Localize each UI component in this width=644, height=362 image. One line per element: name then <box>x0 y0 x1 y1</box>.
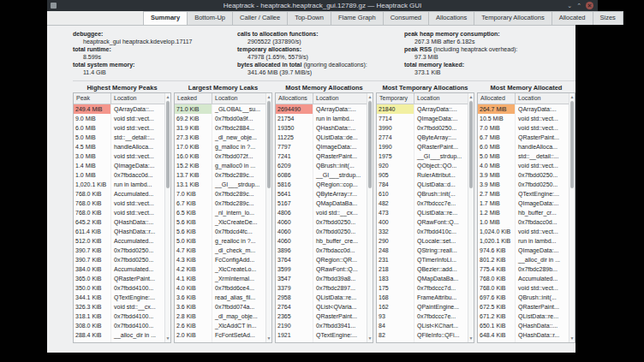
scroll-up-icon[interactable]: ▲ <box>569 94 575 100</box>
tab-caller-callee[interactable]: Caller / Callee <box>233 11 288 25</box>
table-row[interactable]: 648.4 KiBQHashData::r... <box>478 330 569 340</box>
column-header-value[interactable]: Allocated <box>478 93 516 104</box>
tab-consumed[interactable]: Consumed <box>384 11 429 25</box>
table-row[interactable]: 1.2 MiBhb_buffer_cr... <box>478 208 569 217</box>
table-row[interactable]: 288.4 KiB__alloc_dir in ... <box>74 330 164 340</box>
table-row[interactable]: 6.7 MiBQRasterPaint... <box>478 133 569 142</box>
table-row[interactable]: 5.0 MiBstd::__detail::... <box>74 133 164 142</box>
table-row[interactable]: 11225QListData::de... <box>276 133 367 142</box>
table-row[interactable]: 390.7 KiB0x7fbdd0250... <box>74 246 164 255</box>
table-row[interactable]: 768.0 KiBAccumulated... <box>74 189 164 199</box>
table-row[interactable]: 6209QBrush::init(... <box>276 161 367 170</box>
table-row[interactable]: 3.6 KiBread_alias_fil... <box>175 293 265 302</box>
table-row[interactable]: 2958QListData::re... <box>276 293 367 302</box>
table-row[interactable]: 1921QTextEngine:... <box>276 330 367 340</box>
table-row[interactable]: 168FrameAttribu... <box>377 293 468 302</box>
table-row[interactable]: 40600x7fbdd0250... <box>276 217 367 227</box>
table-row[interactable]: 390.7 KiB0x7fbdd0250... <box>74 255 164 264</box>
table-row[interactable]: 1,020.1 KiBrun in lambd... <box>478 236 569 246</box>
column-header-location[interactable]: Location <box>313 93 367 104</box>
scroll-up-icon[interactable]: ▲ <box>165 94 170 100</box>
table-row[interactable]: 9.0 MiBvoid std::vect... <box>74 114 164 123</box>
table-row[interactable]: 13.7 KiB0x7fbdc289c... <box>175 170 265 180</box>
tab-bottom-up[interactable]: Bottom-Up <box>188 11 233 25</box>
table-row[interactable]: 78QRegion::QR... <box>377 340 468 342</box>
table-row[interactable]: 31.9 KiB0x7fbdc2884... <box>175 123 265 133</box>
table-row[interactable]: 27.3 KiB_dl_new_obje... <box>175 133 265 142</box>
table-row[interactable]: 6.7 KiB0x7fbdc289c... <box>175 199 265 208</box>
table-row[interactable]: 610QBrush::init(... <box>377 189 468 199</box>
table-row[interactable]: 4806void std::__cx... <box>276 208 367 217</box>
scrollbar-thumb[interactable] <box>267 101 271 188</box>
table-row[interactable]: 650.1 KiBQHashData::... <box>478 321 569 330</box>
table-row[interactable]: 384.0 KiBAccumulated... <box>74 264 164 274</box>
table-row[interactable]: 1.4 MiBQImageData:... <box>74 161 164 170</box>
table-row[interactable]: 4.7 KiB_dl_check_m... <box>175 246 265 255</box>
scroll-down-icon[interactable]: ▼ <box>165 335 170 341</box>
table-row[interactable]: 784QListData::d... <box>377 180 468 189</box>
table-row[interactable]: 3.0 MiBvoid std::vect... <box>74 151 164 161</box>
table-row[interactable]: 5167QMapDataBa... <box>276 199 367 208</box>
table-row[interactable]: 4.1 KiB_XrmInternal... <box>175 274 265 283</box>
table-row[interactable]: 7241QRasterPaint... <box>276 151 367 161</box>
table-row[interactable]: 6086__GI___strdup... <box>276 170 367 180</box>
table-row[interactable]: 1.0 MiB0x7fbdacc0d... <box>74 170 164 180</box>
table-row[interactable]: 162QPaintEngine... <box>377 302 468 312</box>
table-row[interactable]: 33790x7fbdc2897... <box>276 283 367 293</box>
scrollbar-thumb[interactable] <box>166 101 170 188</box>
table-row[interactable]: 13.1 KiB__GI___strdup... <box>175 180 265 189</box>
scroll-up-icon[interactable]: ▲ <box>266 94 271 100</box>
table-row[interactable]: 248QString::reall... <box>377 246 468 255</box>
vertical-scrollbar[interactable]: ▲▼ <box>367 93 373 342</box>
table-row[interactable]: 4.3 KiBFcConfigAdd... <box>175 255 265 264</box>
tab-summary[interactable]: Summary <box>143 11 188 25</box>
scroll-up-icon[interactable]: ▲ <box>367 94 373 100</box>
table-row[interactable]: 15.2 KiBg_malloc0 in ... <box>175 161 265 170</box>
table-row[interactable]: 768.0 KiBvoid std::vect... <box>478 283 569 293</box>
table-row[interactable]: 5.0 MiBstd::__detail::... <box>478 151 569 161</box>
table-row[interactable]: 82QFileInfo::QFi... <box>377 330 468 340</box>
table-row[interactable]: 1.0 MiB0x7fbdacc0d... <box>478 217 569 227</box>
table-row[interactable]: 1893QTextEngine:... <box>276 340 367 342</box>
table-row[interactable]: 801.2 KiB__alloc_dir in ... <box>478 255 569 264</box>
scroll-down-icon[interactable]: ▼ <box>266 335 271 341</box>
table-row[interactable]: 183QMapDataBa... <box>377 274 468 283</box>
table-row[interactable]: 231QTimerInfoLi... <box>377 255 468 264</box>
maximize-icon[interactable]: ⌃ <box>576 2 581 9</box>
table-row[interactable]: 4820x7fbdccc7e... <box>377 199 468 208</box>
vertical-scrollbar[interactable]: ▲▼ <box>468 93 474 342</box>
table-row[interactable]: 4.0 MiBvoid std::vect... <box>478 161 569 170</box>
table-row[interactable]: 3.9 MiB0x7fbdd0250... <box>478 170 569 180</box>
table-row[interactable]: 326.3 KiBvoid std::__cx... <box>74 302 164 312</box>
table-row[interactable]: 2.6 KiB_XlcAddCT in... <box>175 321 265 330</box>
table-row[interactable]: 768.0 KiBvoid std::vect... <box>74 199 164 208</box>
tab-top-down[interactable]: Top-Down <box>288 11 331 25</box>
table-row[interactable]: 350.0 KiB0x7fbdd4100... <box>74 283 164 293</box>
table-row[interactable]: 1,024.0 KiBvoid std::vect... <box>478 227 569 236</box>
table-row[interactable]: 5641QByteArray::r... <box>276 189 367 199</box>
table-row[interactable]: 671.2 KiBQListData::re... <box>478 312 569 321</box>
table-row[interactable]: 768.0 KiBvoid std::vect... <box>74 208 164 217</box>
table-row[interactable]: 645.2 KiBQHashData::... <box>74 217 164 227</box>
table-row[interactable]: 5.6 KiB_XlcCreateDe... <box>175 217 265 227</box>
table-row[interactable]: 5816QRegion::cop... <box>276 180 367 189</box>
table-row[interactable]: 905RulerAttribut... <box>377 170 468 180</box>
table-row[interactable]: 17.0 KiBg_malloc in ?... <box>175 142 265 151</box>
table-row[interactable]: 7.0 MiBvoid std::vect... <box>478 123 569 133</box>
table-row[interactable]: 71.0 KiB_GLOBAL__su... <box>175 104 265 114</box>
vertical-scrollbar[interactable]: ▲▼ <box>569 93 575 342</box>
column-header-location[interactable]: Location <box>212 93 265 104</box>
table-row[interactable]: 2.8 KiB_dl_map_obje... <box>175 312 265 321</box>
table-row[interactable]: 930x7fbdccc7e... <box>377 312 468 321</box>
table-row[interactable]: 3764QRegion::QR... <box>276 255 367 264</box>
table-row[interactable]: 400QRawFont::Q... <box>377 217 468 227</box>
table-row[interactable]: 775.4 KiB0x7fbdc289b... <box>478 264 569 274</box>
table-row[interactable]: 1975__GI___strdup... <box>377 151 468 161</box>
table-row[interactable]: 35470x7fbdd39a8... <box>276 274 367 283</box>
table-row[interactable]: 639.3 KiBXML_GetBuff... <box>478 340 569 342</box>
table-row[interactable]: 974.6 KiBQImageData:... <box>478 246 569 255</box>
column-header-location[interactable]: Location <box>516 93 569 104</box>
scroll-up-icon[interactable]: ▲ <box>468 94 474 100</box>
scroll-down-icon[interactable]: ▼ <box>468 335 474 341</box>
table-row[interactable]: 2694490QArrayData::... <box>276 104 367 114</box>
